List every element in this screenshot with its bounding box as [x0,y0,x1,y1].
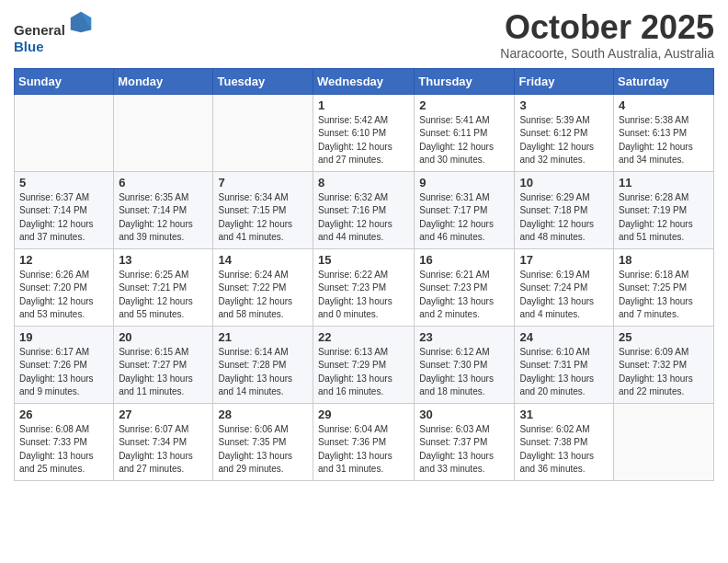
day-number: 13 [119,253,208,267]
day-info: Sunrise: 6:04 AM Sunset: 7:36 PM Dayligh… [318,423,409,477]
month-title: October 2025 [500,9,714,46]
calendar-cell: 9Sunrise: 6:31 AM Sunset: 7:17 PM Daylig… [415,171,515,248]
day-number: 2 [419,98,509,112]
day-number: 18 [619,253,709,267]
day-number: 29 [318,408,409,421]
day-info: Sunrise: 5:41 AM Sunset: 6:11 PM Dayligh… [419,114,509,167]
day-info: Sunrise: 6:29 AM Sunset: 7:18 PM Dayligh… [519,191,609,245]
calendar-cell: 17Sunrise: 6:19 AM Sunset: 7:24 PM Dayli… [515,248,614,326]
day-number: 11 [619,176,709,190]
day-number: 17 [519,253,609,267]
calendar-cell: 1Sunrise: 5:42 AM Sunset: 6:10 PM Daylig… [313,94,415,171]
calendar: SundayMondayTuesdayWednesdayThursdayFrid… [14,68,714,481]
day-number: 1 [318,98,409,112]
day-info: Sunrise: 6:31 AM Sunset: 7:17 PM Dayligh… [419,191,509,245]
calendar-cell: 14Sunrise: 6:24 AM Sunset: 7:22 PM Dayli… [213,248,313,326]
day-number: 22 [318,330,409,344]
calendar-header-row: SundayMondayTuesdayWednesdayThursdayFrid… [15,68,714,94]
day-info: Sunrise: 6:22 AM Sunset: 7:23 PM Dayligh… [318,269,409,322]
calendar-cell: 18Sunrise: 6:18 AM Sunset: 7:25 PM Dayli… [614,248,714,326]
day-header-sunday: Sunday [15,68,114,94]
calendar-week-row: 26Sunrise: 6:08 AM Sunset: 7:33 PM Dayli… [15,403,714,480]
day-number: 26 [19,408,108,421]
calendar-week-row: 19Sunrise: 6:17 AM Sunset: 7:26 PM Dayli… [15,326,714,403]
day-number: 20 [119,330,208,344]
calendar-cell [114,94,213,171]
day-info: Sunrise: 6:06 AM Sunset: 7:35 PM Dayligh… [218,423,308,477]
calendar-cell: 29Sunrise: 6:04 AM Sunset: 7:36 PM Dayli… [313,403,415,480]
day-number: 24 [519,330,609,344]
calendar-cell: 28Sunrise: 6:06 AM Sunset: 7:35 PM Dayli… [213,403,313,480]
day-number: 25 [619,330,709,344]
calendar-cell: 22Sunrise: 6:13 AM Sunset: 7:29 PM Dayli… [313,326,415,403]
day-info: Sunrise: 6:02 AM Sunset: 7:38 PM Dayligh… [519,423,609,477]
day-number: 21 [218,330,308,344]
day-header-tuesday: Tuesday [213,68,313,94]
day-header-saturday: Saturday [614,68,714,94]
calendar-cell: 10Sunrise: 6:29 AM Sunset: 7:18 PM Dayli… [515,171,614,248]
day-number: 12 [19,253,108,267]
calendar-cell: 7Sunrise: 6:34 AM Sunset: 7:15 PM Daylig… [213,171,313,248]
logo-blue: Blue [14,39,44,54]
calendar-cell: 15Sunrise: 6:22 AM Sunset: 7:23 PM Dayli… [313,248,415,326]
calendar-cell: 13Sunrise: 6:25 AM Sunset: 7:21 PM Dayli… [114,248,213,326]
day-number: 14 [218,253,308,267]
calendar-cell: 23Sunrise: 6:12 AM Sunset: 7:30 PM Dayli… [415,326,515,403]
day-number: 10 [519,176,609,190]
day-info: Sunrise: 6:08 AM Sunset: 7:33 PM Dayligh… [19,423,108,477]
day-info: Sunrise: 6:28 AM Sunset: 7:19 PM Dayligh… [619,191,709,245]
calendar-cell: 31Sunrise: 6:02 AM Sunset: 7:38 PM Dayli… [515,403,614,480]
day-info: Sunrise: 6:14 AM Sunset: 7:28 PM Dayligh… [218,346,308,399]
calendar-week-row: 5Sunrise: 6:37 AM Sunset: 7:14 PM Daylig… [15,171,714,248]
calendar-cell: 3Sunrise: 5:39 AM Sunset: 6:12 PM Daylig… [515,94,614,171]
logo-blue-text: Blue [14,39,94,55]
page: General Blue October 2025 Naracoorte, So… [0,0,728,495]
calendar-cell: 11Sunrise: 6:28 AM Sunset: 7:19 PM Dayli… [614,171,714,248]
day-info: Sunrise: 6:07 AM Sunset: 7:34 PM Dayligh… [119,423,208,477]
day-number: 28 [218,408,308,421]
day-number: 7 [218,176,308,190]
day-header-friday: Friday [515,68,614,94]
calendar-cell: 2Sunrise: 5:41 AM Sunset: 6:11 PM Daylig… [415,94,515,171]
day-info: Sunrise: 6:35 AM Sunset: 7:14 PM Dayligh… [119,191,208,245]
day-info: Sunrise: 6:12 AM Sunset: 7:30 PM Dayligh… [419,346,509,399]
day-number: 16 [419,253,509,267]
header: General Blue October 2025 Naracoorte, So… [14,9,714,61]
logo-icon [68,9,94,35]
calendar-cell: 30Sunrise: 6:03 AM Sunset: 7:37 PM Dayli… [415,403,515,480]
day-number: 5 [19,176,108,190]
day-number: 19 [19,330,108,344]
day-header-thursday: Thursday [415,68,515,94]
day-info: Sunrise: 6:17 AM Sunset: 7:26 PM Dayligh… [19,346,108,399]
calendar-cell: 26Sunrise: 6:08 AM Sunset: 7:33 PM Dayli… [15,403,114,480]
day-info: Sunrise: 6:21 AM Sunset: 7:23 PM Dayligh… [419,269,509,322]
day-info: Sunrise: 6:10 AM Sunset: 7:31 PM Dayligh… [519,346,609,399]
day-info: Sunrise: 6:18 AM Sunset: 7:25 PM Dayligh… [619,269,709,322]
day-info: Sunrise: 6:03 AM Sunset: 7:37 PM Dayligh… [419,423,509,477]
day-info: Sunrise: 6:34 AM Sunset: 7:15 PM Dayligh… [218,191,308,245]
calendar-cell: 19Sunrise: 6:17 AM Sunset: 7:26 PM Dayli… [15,326,114,403]
day-info: Sunrise: 6:37 AM Sunset: 7:14 PM Dayligh… [19,191,108,245]
calendar-cell: 21Sunrise: 6:14 AM Sunset: 7:28 PM Dayli… [213,326,313,403]
day-info: Sunrise: 5:39 AM Sunset: 6:12 PM Dayligh… [519,114,609,167]
calendar-cell: 8Sunrise: 6:32 AM Sunset: 7:16 PM Daylig… [313,171,415,248]
calendar-cell [213,94,313,171]
title-block: October 2025 Naracoorte, South Australia… [500,9,714,61]
day-info: Sunrise: 6:13 AM Sunset: 7:29 PM Dayligh… [318,346,409,399]
calendar-cell [15,94,114,171]
day-number: 31 [519,408,609,421]
day-info: Sunrise: 6:09 AM Sunset: 7:32 PM Dayligh… [619,346,709,399]
day-info: Sunrise: 6:24 AM Sunset: 7:22 PM Dayligh… [218,269,308,322]
calendar-cell: 4Sunrise: 5:38 AM Sunset: 6:13 PM Daylig… [614,94,714,171]
day-header-wednesday: Wednesday [313,68,415,94]
calendar-cell: 5Sunrise: 6:37 AM Sunset: 7:14 PM Daylig… [15,171,114,248]
calendar-cell: 12Sunrise: 6:26 AM Sunset: 7:20 PM Dayli… [15,248,114,326]
logo: General Blue [14,9,94,55]
day-header-monday: Monday [114,68,213,94]
day-number: 4 [619,98,709,112]
logo-text: General [14,9,94,39]
day-number: 30 [419,408,509,421]
day-info: Sunrise: 5:42 AM Sunset: 6:10 PM Dayligh… [318,114,409,167]
calendar-cell [614,403,714,480]
day-info: Sunrise: 6:19 AM Sunset: 7:24 PM Dayligh… [519,269,609,322]
